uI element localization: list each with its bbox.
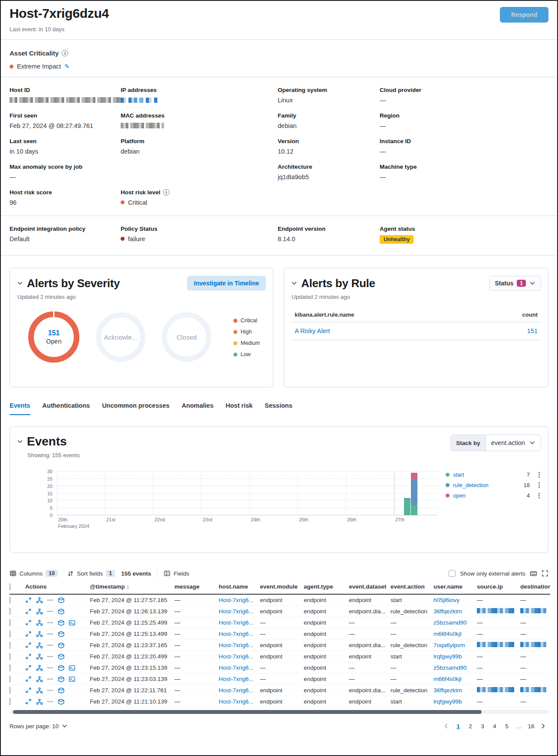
session-view-icon[interactable] [69,664,75,671]
user-name-link[interactable]: lrqfgwy99b [433,698,477,705]
column-header-timestamp[interactable]: @timestamp ↓ [90,583,174,590]
analyze-event-icon[interactable] [36,642,43,649]
investigate-in-timeline-icon[interactable] [58,619,65,626]
more-actions-icon[interactable] [47,698,54,705]
host-name-link[interactable]: Host-7xrig6... [219,597,260,603]
host-name-link[interactable]: Host-7xrig6... [219,664,260,671]
series-label[interactable]: rule_detection [453,482,489,488]
histogram-bar[interactable] [411,473,417,515]
more-actions-icon[interactable] [47,608,54,615]
session-view-icon[interactable] [69,619,75,626]
session-view-icon[interactable] [69,676,75,683]
user-name-link[interactable]: m66f4s0kjl [433,676,477,682]
host-name-link[interactable]: Host-7xrig6... [219,619,260,626]
series-label[interactable]: open [453,492,466,499]
closed-alerts-ring[interactable]: Closed [162,312,211,362]
respond-button[interactable]: Respond [500,7,548,23]
investigate-in-timeline-icon[interactable] [58,597,65,604]
expand-event-icon[interactable] [25,597,32,604]
expand-event-icon[interactable] [25,642,32,649]
more-actions-icon[interactable] [47,631,54,638]
row-checkbox[interactable] [10,698,10,705]
page-button-1[interactable]: 1 [453,721,463,731]
more-actions-icon[interactable] [47,653,54,660]
column-header-destination[interactable]: destination [520,583,550,590]
host-name-link[interactable]: Host-7xrig6... [219,698,260,705]
more-actions-icon[interactable] [47,664,54,671]
user-name-link[interactable]: z5bzsamd90 [433,619,477,626]
series-menu-icon[interactable] [537,482,541,488]
columns-button[interactable]: Columns 10 [10,570,58,577]
page-button-4[interactable]: 4 [489,721,500,731]
expand-event-icon[interactable] [25,676,32,683]
open-alerts-count[interactable]: 151 [48,329,60,337]
row-checkbox[interactable] [10,687,10,694]
open-alerts-donut[interactable]: 151 Open [28,311,79,363]
series-menu-icon[interactable] [537,472,541,478]
column-header-sourceip[interactable]: source.ip [477,583,520,590]
host-name-link[interactable]: Host-7xrig6... [219,687,260,694]
more-actions-icon[interactable] [47,687,54,694]
acknowledged-alerts-ring[interactable]: Acknowle... [96,312,145,362]
column-header-Actions[interactable]: Actions [25,583,90,590]
row-checkbox[interactable] [10,664,10,671]
tab-anomalies[interactable]: Anomalies [182,402,213,415]
keyboard-shortcuts-icon[interactable] [530,570,537,577]
user-name-link[interactable]: 36ffqezktm [433,608,477,615]
rows-per-page-button[interactable]: Rows per page: 10 [10,723,68,730]
more-actions-icon[interactable] [47,597,54,604]
analyze-event-icon[interactable] [36,608,43,615]
histogram-bar[interactable] [404,498,410,515]
investigate-in-timeline-icon[interactable] [58,676,65,683]
status-filter-button[interactable]: Status 1 [489,276,541,291]
expand-event-icon[interactable] [25,687,32,694]
analyze-event-icon[interactable] [36,664,43,671]
investigate-in-timeline-icon[interactable] [58,608,65,615]
more-actions-icon[interactable] [47,619,54,626]
stack-by-select[interactable]: event.action [486,435,541,451]
investigate-in-timeline-icon[interactable] [58,664,65,671]
investigate-in-timeline-icon[interactable] [58,631,65,638]
series-label[interactable]: start [453,471,464,478]
expand-event-icon[interactable] [25,698,32,705]
host-name-link[interactable]: Host-7xrig6... [219,642,260,648]
expand-event-icon[interactable] [25,631,32,638]
investigate-in-timeline-icon[interactable] [58,653,65,660]
page-button-16[interactable]: 16 [526,721,536,731]
investigate-in-timeline-icon[interactable] [58,687,65,694]
sort-fields-button[interactable]: Sort fields 1 [67,570,115,577]
row-checkbox[interactable] [10,641,10,649]
row-checkbox[interactable] [10,675,10,683]
rule-name-link[interactable]: A Risky Alert [295,327,512,334]
column-header-eventmodule[interactable]: event.module [260,583,304,590]
expand-event-icon[interactable] [25,664,32,671]
fields-button[interactable]: Fields [164,570,189,577]
tab-authentications[interactable]: Authentications [43,402,90,415]
user-name-link[interactable]: h05jl6iovy [433,597,477,603]
next-page-button[interactable] [538,721,548,731]
page-button-2[interactable]: 2 [465,721,476,731]
tab-events[interactable]: Events [10,402,30,415]
row-checkbox[interactable] [10,596,10,604]
expand-event-icon[interactable] [25,619,32,626]
row-checkbox[interactable] [10,630,10,638]
expand-event-icon[interactable] [25,608,32,615]
row-checkbox[interactable] [10,608,10,615]
collapse-chevron-icon[interactable] [17,439,23,445]
investigate-in-timeline-icon[interactable] [58,698,65,705]
user-name-link[interactable]: 7oqa6ylpvm [433,642,477,648]
investigate-in-timeline-icon[interactable] [58,642,65,649]
analyze-event-icon[interactable] [36,687,43,694]
analyze-event-icon[interactable] [36,653,43,660]
tab-uncommon-processes[interactable]: Uncommon processes [102,402,170,415]
column-header-username[interactable]: user.name [433,583,477,590]
column-header-eventdataset[interactable]: event.dataset [349,583,391,590]
collapse-chevron-icon[interactable] [291,280,297,286]
host-name-link[interactable]: Host-7xrig6... [219,653,260,660]
host-name-link[interactable]: Host-7xrig6... [219,676,260,682]
column-header-agenttype[interactable]: agent.type [304,583,349,590]
expand-event-icon[interactable] [25,653,32,660]
tab-host-risk[interactable]: Host risk [226,402,253,415]
external-alerts-checkbox[interactable] [449,570,456,577]
user-name-link[interactable]: lrqfgwy99b [433,653,477,660]
